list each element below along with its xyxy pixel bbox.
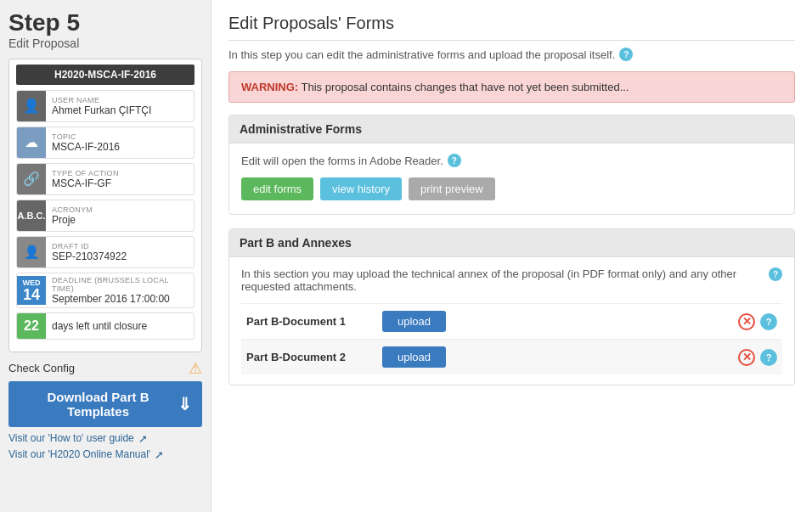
part-b-title: Part B and Annexes — [229, 229, 794, 257]
download-part-b-button[interactable]: Download Part B Templates ⇓ — [8, 381, 202, 427]
external-link-icon-1: ➚ — [138, 432, 148, 445]
part-b-help-icon[interactable]: ? — [769, 267, 782, 281]
deadline-value: September 2016 17:00:00 — [52, 293, 188, 305]
deadline-day-num: 14 — [17, 287, 46, 302]
type-row: 🔗 TYPE OF ACTION MSCA-IF-GF — [16, 163, 195, 195]
user-icon: 👤 — [17, 91, 46, 121]
user-name-row: 👤 USER NAME Ahmet Furkan ÇIFTÇI — [16, 90, 195, 122]
deadline-row: WED 14 DEADLINE (Brussels Local Time) Se… — [16, 273, 195, 308]
edit-forms-button[interactable]: edit forms — [241, 177, 313, 200]
main-content: Edit Proposals' Forms In this step you c… — [211, 0, 812, 512]
acronym-icon: A.B.C. — [17, 200, 46, 231]
topic-label: TOPIC — [52, 132, 188, 141]
external-link-icon-2: ➚ — [155, 448, 164, 461]
help-doc-1-icon[interactable]: ? — [760, 313, 777, 330]
deadline-label: DEADLINE (Brussels Local Time) — [52, 276, 188, 293]
warning-text: This proposal contains changes that have… — [302, 81, 629, 93]
topic-value: MSCA-IF-2016 — [52, 141, 188, 153]
deadline-date-box: WED 14 — [17, 276, 46, 305]
view-history-button[interactable]: view history — [320, 177, 402, 200]
doc-label-1: Part B-Document 1 — [246, 315, 382, 328]
type-value: MSCA-IF-GF — [52, 177, 188, 189]
check-config-label: Check Config — [8, 362, 75, 374]
warning-icon: ⚠ — [189, 359, 202, 378]
visit-guide-label: Visit our 'How to' user guide — [8, 432, 134, 444]
profile-card: H2020-MSCA-IF-2016 👤 USER NAME Ahmet Fur… — [8, 59, 202, 352]
document-row-2: Part B-Document 2 upload ✕ ? — [241, 339, 782, 374]
sidebar: Step 5 Edit Proposal H2020-MSCA-IF-2016 … — [0, 0, 211, 512]
admin-forms-desc: Edit will open the forms in Adobe Reader… — [241, 154, 782, 167]
user-name-label: USER NAME — [52, 96, 188, 104]
visit-guide-link[interactable]: Visit our 'How to' user guide ➚ — [8, 432, 202, 445]
admin-forms-section: Administrative Forms Edit will open the … — [228, 115, 795, 215]
part-b-desc: In this section you may upload the techn… — [241, 267, 782, 293]
upload-button-1[interactable]: upload — [382, 311, 446, 332]
admin-forms-title: Administrative Forms — [229, 115, 794, 143]
days-left-text: days left until closure — [46, 318, 153, 335]
draft-row: 👤 DRAFT ID SEP-210374922 — [16, 236, 195, 268]
days-left-num: 22 — [17, 313, 46, 339]
check-config-row: Check Config ⚠ — [8, 359, 202, 378]
adobe-help-icon[interactable]: ? — [448, 154, 461, 167]
download-btn-label: Download Part B Templates — [19, 390, 178, 419]
intro-text: In this step you can edit the administra… — [228, 48, 795, 61]
draft-icon: 👤 — [17, 237, 46, 267]
intro-help-icon[interactable]: ? — [619, 48, 633, 61]
step-title: Step 5 — [8, 10, 202, 37]
document-row-1: Part B-Document 1 upload ✕ ? — [241, 303, 782, 339]
acronym-value: Proje — [52, 214, 188, 226]
remove-doc-1-icon[interactable]: ✕ — [738, 313, 755, 330]
topic-row: ☁ TOPIC MSCA-IF-2016 — [16, 127, 195, 159]
visit-manual-label: Visit our 'H2020 Online Manual' — [8, 448, 150, 460]
visit-manual-link[interactable]: Visit our 'H2020 Online Manual' ➚ — [8, 448, 202, 461]
draft-value: SEP-210374922 — [52, 250, 188, 262]
step-subtitle: Edit Proposal — [8, 37, 202, 50]
user-name-value: Ahmet Furkan ÇIFTÇI — [52, 104, 188, 116]
page-title: Edit Proposals' Forms — [228, 14, 795, 41]
days-left-row: 22 days left until closure — [16, 312, 195, 340]
profile-id: H2020-MSCA-IF-2016 — [16, 65, 195, 85]
draft-label: DRAFT ID — [52, 242, 188, 250]
acronym-label: ACRONYM — [52, 205, 188, 214]
upload-button-2[interactable]: upload — [382, 346, 446, 368]
help-doc-2-icon[interactable]: ? — [760, 349, 777, 366]
topic-icon: ☁ — [17, 127, 46, 158]
print-preview-button[interactable]: print preview — [409, 177, 495, 200]
warning-box: WARNING: This proposal contains changes … — [228, 71, 795, 103]
type-label: TYPE OF ACTION — [52, 169, 188, 177]
acronym-row: A.B.C. ACRONYM Proje — [16, 200, 195, 232]
doc-label-2: Part B-Document 2 — [246, 351, 382, 363]
admin-forms-buttons: edit forms view history print preview — [241, 177, 782, 200]
download-icon: ⇓ — [178, 394, 192, 414]
part-b-section: Part B and Annexes In this section you m… — [228, 228, 795, 385]
remove-doc-2-icon[interactable]: ✕ — [738, 349, 755, 366]
type-icon: 🔗 — [17, 164, 46, 194]
warning-strong: WARNING: — [241, 81, 298, 93]
